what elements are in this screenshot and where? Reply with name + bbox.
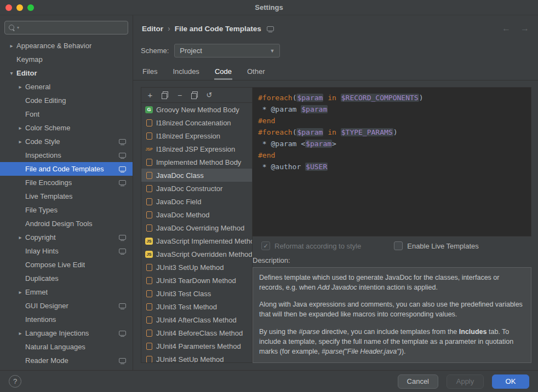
template-junit3-test-class[interactable]: JUnit3 Test Class: [141, 287, 252, 300]
close-window-button[interactable]: [5, 4, 12, 11]
template-javadoc-method[interactable]: JavaDoc Method: [141, 208, 252, 221]
template-junit3-setup-method[interactable]: JUnit3 SetUp Method: [141, 261, 252, 274]
chevron-right-icon[interactable]: ▸: [15, 234, 25, 240]
template-i18nized-expression[interactable]: I18nized Expression: [141, 129, 252, 142]
chevron-right-icon[interactable]: ▸: [15, 139, 25, 145]
sidebar-item-file-and-code-templates[interactable]: File and Code Templates: [0, 162, 133, 176]
scheme-select[interactable]: Project ▼: [174, 44, 280, 57]
back-arrow-icon[interactable]: ←: [502, 24, 511, 33]
breadcrumb-separator-icon: ›: [168, 24, 170, 33]
chevron-right-icon[interactable]: ▸: [15, 289, 25, 295]
template-label: JUnit3 SetUp Method: [156, 263, 224, 272]
remove-template-button[interactable]: [176, 91, 184, 99]
sidebar-item-copyright[interactable]: ▸Copyright: [0, 230, 133, 244]
sidebar-item-language-injections[interactable]: ▸Language Injections: [0, 326, 133, 340]
chevron-right-icon[interactable]: ▸: [15, 330, 25, 336]
ok-button[interactable]: OK: [492, 374, 529, 389]
help-button[interactable]: ?: [9, 375, 21, 388]
code-line: * @author $USER: [258, 161, 525, 172]
settings-main: Editor › File and Code Templates ← → Sch…: [133, 15, 538, 370]
sidebar-item-label: Duplicates: [25, 274, 59, 283]
template-junit4-beforeclass-method[interactable]: JUnit4 BeforeClass Method: [141, 326, 252, 339]
sidebar-item-file-types[interactable]: File Types: [0, 203, 133, 217]
template-groovy-new-method-body[interactable]: GGroovy New Method Body: [141, 103, 252, 116]
sidebar-item-code-style[interactable]: ▸Code Style: [0, 135, 133, 148]
live-templates-checkbox[interactable]: [394, 241, 403, 250]
project-settings-icon: [119, 153, 126, 158]
file-template-icon: [145, 119, 153, 126]
breadcrumb-parent[interactable]: Editor: [142, 25, 163, 33]
javascript-icon: JS: [145, 238, 153, 245]
sidebar-item-gui-designer[interactable]: GUI Designer: [0, 299, 133, 313]
chevron-down-icon[interactable]: ▾: [7, 70, 16, 76]
minimize-window-button[interactable]: [16, 4, 23, 11]
sidebar-item-intentions[interactable]: Intentions: [0, 313, 133, 326]
sidebar-item-reader-mode[interactable]: Reader Mode: [0, 354, 133, 367]
template-label: JavaDoc Overriding Method: [156, 224, 244, 232]
sidebar-item-general[interactable]: ▸General: [0, 80, 133, 94]
code-line: #foreach($param in $TYPE_PARAMS): [258, 126, 525, 138]
reformat-checkbox[interactable]: [261, 241, 270, 250]
chevron-right-icon[interactable]: ▸: [7, 43, 16, 49]
sidebar-item-editor[interactable]: ▾Editor: [0, 66, 133, 80]
add-template-button[interactable]: [146, 91, 154, 99]
sidebar-item-file-encodings[interactable]: File Encodings: [0, 176, 133, 189]
forward-arrow-icon[interactable]: →: [520, 24, 529, 33]
template-javadoc-field[interactable]: JavaDoc Field: [141, 195, 252, 208]
description-panel[interactable]: Defines template which used to generate …: [253, 267, 531, 363]
sidebar-item-natural-languages[interactable]: Natural Languages: [0, 340, 133, 354]
sidebar-item-inlay-hints[interactable]: Inlay Hints: [0, 244, 133, 258]
copy-template-button[interactable]: [161, 91, 169, 99]
sidebar-item-label: Compose Live Edit: [25, 261, 85, 269]
template-editor[interactable]: #foreach($param in $RECORD_COMPONENTS) *…: [253, 87, 531, 237]
search-options-chevron-icon[interactable]: ▾: [17, 26, 19, 30]
sidebar-item-android-design-tools[interactable]: Android Design Tools: [0, 217, 133, 230]
tab-files[interactable]: Files: [142, 65, 158, 80]
sidebar-item-code-editing[interactable]: Code Editing: [0, 94, 133, 107]
sidebar-item-label: Code Editing: [25, 96, 66, 105]
template-javadoc-overriding-method[interactable]: JavaDoc Overriding Method: [141, 221, 252, 234]
sidebar-item-live-templates[interactable]: Live Templates: [0, 189, 133, 203]
chevron-right-icon[interactable]: ▸: [15, 84, 25, 90]
template-list: GGroovy New Method BodyI18nized Concaten…: [141, 103, 252, 362]
description-label: Description:: [253, 256, 530, 264]
sidebar-item-emmet[interactable]: ▸Emmet: [0, 285, 133, 299]
reset-template-button[interactable]: [205, 91, 213, 99]
template-javadoc-class[interactable]: JavaDoc Class: [141, 169, 252, 182]
template-javascript-overridden-method[interactable]: JSJavaScript Overridden Method: [141, 247, 252, 261]
template-label: JavaDoc Method: [156, 211, 210, 219]
template-junit3-teardown-method[interactable]: JUnit3 TearDown Method: [141, 274, 252, 287]
tab-includes[interactable]: Includes: [172, 65, 199, 80]
description-paragraph: Along with Java expressions and comments…: [259, 299, 525, 319]
template-junit4-afterclass-method[interactable]: JUnit4 AfterClass Method: [141, 313, 252, 326]
template-javascript-implemented-method[interactable]: JSJavaScript Implemented Method: [141, 234, 252, 247]
sidebar-item-label: Emmet: [25, 288, 48, 296]
cancel-button[interactable]: Cancel: [398, 374, 438, 389]
duplicate-template-button[interactable]: [191, 91, 198, 99]
file-template-icon: [145, 342, 153, 350]
template-i18nized-jsp-expression[interactable]: JSPI18nized JSP Expression: [141, 142, 252, 155]
template-junit4-parameters-method[interactable]: JUnit4 Parameters Method: [141, 339, 252, 353]
template-label: JUnit4 BeforeClass Method: [156, 329, 243, 337]
zoom-window-button[interactable]: [27, 4, 34, 11]
footer-bar: ? CancelApplyOK: [0, 370, 538, 392]
sidebar-item-color-scheme[interactable]: ▸Color Scheme: [0, 121, 133, 135]
template-label: JUnit4 AfterClass Method: [156, 316, 237, 324]
sidebar-item-duplicates[interactable]: Duplicates: [0, 272, 133, 285]
apply-button[interactable]: Apply: [447, 374, 484, 389]
settings-window: Settings ▾ ▸Appearance & BehaviorKeymap▾…: [0, 0, 538, 392]
sidebar-item-inspections[interactable]: Inspections: [0, 148, 133, 162]
sidebar-item-keymap[interactable]: Keymap: [0, 53, 133, 66]
template-junit3-test-method[interactable]: JUnit3 Test Method: [141, 300, 252, 313]
sidebar-item-compose-live-edit[interactable]: Compose Live Edit: [0, 258, 133, 272]
tab-code[interactable]: Code: [214, 65, 232, 80]
settings-search-input[interactable]: ▾: [4, 21, 128, 34]
sidebar-item-appearance-behavior[interactable]: ▸Appearance & Behavior: [0, 39, 133, 53]
chevron-right-icon[interactable]: ▸: [15, 125, 25, 131]
tab-other[interactable]: Other: [247, 65, 266, 80]
sidebar-item-font[interactable]: Font: [0, 107, 133, 121]
template-javadoc-constructor[interactable]: JavaDoc Constructor: [141, 182, 252, 195]
template-implemented-method-body[interactable]: Implemented Method Body: [141, 155, 252, 169]
template-i18nized-concatenation[interactable]: I18nized Concatenation: [141, 116, 252, 129]
template-junit4-setup-method[interactable]: JUnit4 SetUp Method: [141, 353, 252, 362]
